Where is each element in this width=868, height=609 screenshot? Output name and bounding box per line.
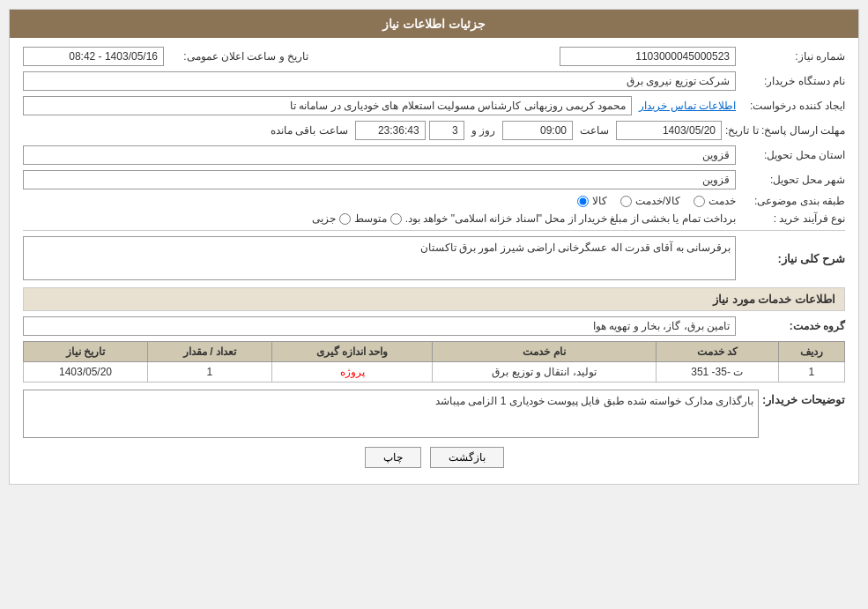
deadline-time: 09:00 bbox=[502, 121, 573, 140]
city-row: شهر محل تحویل: قزوین bbox=[23, 170, 845, 189]
need-number-label: شماره نیاز: bbox=[739, 50, 845, 63]
col-unit: واحد اندازه گیری bbox=[271, 342, 433, 362]
col-date: تاریخ نیاز bbox=[24, 342, 148, 362]
process-options: برداخت تمام یا بخشی از مبلغ خریدار از مح… bbox=[312, 212, 736, 225]
buyer-org-row: نام دستگاه خریدار: شرکت توزیع نیروی برق bbox=[23, 71, 845, 91]
cell-service-code: ت -35- 351 bbox=[656, 362, 778, 382]
cell-unit: پروژه bbox=[271, 362, 433, 382]
category-kala-label: کالا bbox=[592, 195, 607, 207]
need-number-value: 1103000045000523 bbox=[560, 47, 736, 66]
buyer-notes-row: توضیحات خریدار: بارگذاری مدارک خواسته شد… bbox=[23, 390, 845, 438]
city-value: قزوین bbox=[23, 170, 736, 189]
category-kala-radio[interactable] bbox=[577, 196, 589, 207]
services-section-header: اطلاعات خدمات مورد نیاز bbox=[23, 287, 845, 311]
category-radio-kala[interactable]: کالا bbox=[577, 195, 607, 207]
cell-date: 1403/05/20 bbox=[24, 362, 148, 382]
col-service-code: کد خدمت bbox=[656, 342, 778, 362]
table-header-row: ردیف کد خدمت نام خدمت واحد اندازه گیری ت… bbox=[24, 342, 845, 362]
action-buttons: بازگشت چاپ bbox=[23, 447, 845, 468]
creator-value: محمود کریمی روزبهانی کارشناس مسولیت استع… bbox=[23, 96, 632, 115]
buyer-notes-value: بارگذاری مدارک خواسته شده طبق فایل پیوست… bbox=[23, 390, 759, 438]
process-part-label: جزیی bbox=[312, 212, 336, 225]
need-desc-value: برقرسانی به آقای قدرت اله عسگرخانی اراضی… bbox=[23, 236, 736, 280]
process-row: نوع فرآیند خرید : برداخت تمام یا بخشی از… bbox=[23, 212, 845, 225]
cell-quantity: 1 bbox=[147, 362, 271, 382]
province-row: استان محل تحویل: قزوین bbox=[23, 145, 845, 165]
page-header: جزئیات اطلاعات نیاز bbox=[10, 10, 858, 38]
deadline-remaining-label: ساعت باقی مانده bbox=[267, 124, 352, 137]
creator-row: ایجاد کننده درخواست: اطلاعات تماس خریدار… bbox=[23, 96, 845, 115]
category-radio-group: کالا کالا/خدمت خدمت bbox=[577, 195, 736, 207]
category-kala-khedmat-radio[interactable] bbox=[620, 196, 632, 207]
back-button[interactable]: بازگشت bbox=[430, 447, 504, 468]
deadline-date: 1403/05/20 bbox=[616, 121, 722, 140]
page-title: جزئیات اطلاعات نیاز bbox=[382, 17, 486, 31]
cell-row-num: 1 bbox=[778, 362, 844, 382]
services-table: ردیف کد خدمت نام خدمت واحد اندازه گیری ت… bbox=[23, 341, 845, 382]
category-label: طبقه بندی موضوعی: bbox=[739, 195, 845, 207]
need-number-row: شماره نیاز: 1103000045000523 تاریخ و ساع… bbox=[23, 47, 845, 66]
process-label: نوع فرآیند خرید : bbox=[739, 212, 845, 225]
process-part-radio[interactable] bbox=[339, 213, 351, 225]
services-section-label: اطلاعات خدمات مورد نیاز bbox=[713, 293, 835, 306]
province-value: قزوین bbox=[23, 145, 736, 165]
province-label: استان محل تحویل: bbox=[739, 149, 845, 161]
city-label: شهر محل تحویل: bbox=[739, 174, 845, 186]
service-group-label: گروه خدمت: bbox=[739, 320, 845, 332]
print-button[interactable]: چاپ bbox=[365, 447, 421, 468]
announcement-label: تاریخ و ساعت اعلان عمومی: bbox=[167, 50, 308, 63]
deadline-remaining: 23:36:43 bbox=[355, 121, 426, 140]
creator-label: ایجاد کننده درخواست: bbox=[739, 100, 845, 112]
table-row: 1 ت -35- 351 تولید، انتقال و توزیع برق پ… bbox=[24, 362, 845, 382]
process-full-text: برداخت تمام یا بخشی از مبلغ خریدار از مح… bbox=[405, 212, 736, 225]
col-service-name: نام خدمت bbox=[433, 342, 656, 362]
col-quantity: تعداد / مقدار bbox=[147, 342, 271, 362]
creator-link[interactable]: اطلاعات تماس خریدار bbox=[639, 100, 736, 112]
category-kala-khedmat-label: کالا/خدمت bbox=[635, 195, 680, 207]
category-khedmat-label: خدمت bbox=[708, 195, 736, 207]
service-group-row: گروه خدمت: تامین برق، گاز، بخار و تهویه … bbox=[23, 316, 845, 336]
category-radio-khedmat[interactable]: خدمت bbox=[694, 195, 736, 207]
col-row-num: ردیف bbox=[778, 342, 844, 362]
buyer-org-label: نام دستگاه خریدار: bbox=[739, 75, 845, 87]
cell-service-name: تولید، انتقال و توزیع برق bbox=[433, 362, 656, 382]
category-radio-kala-khedmat[interactable]: کالا/خدمت bbox=[620, 195, 680, 207]
deadline-time-label: ساعت bbox=[576, 124, 612, 137]
category-row: طبقه بندی موضوعی: کالا کالا/خدمت خدمت bbox=[23, 195, 845, 207]
buyer-notes-label: توضیحات خریدار: bbox=[762, 390, 845, 406]
service-group-value: تامین برق، گاز، بخار و تهویه هوا bbox=[23, 316, 736, 336]
buyer-org-value: شرکت توزیع نیروی برق bbox=[23, 71, 736, 91]
deadline-days: 3 bbox=[429, 121, 464, 140]
category-khedmat-radio[interactable] bbox=[694, 196, 705, 207]
process-middle-radio[interactable] bbox=[390, 213, 402, 225]
deadline-label: مهلت ارسال پاسخ: تا تاریخ: bbox=[725, 124, 845, 137]
deadline-row: مهلت ارسال پاسخ: تا تاریخ: 1403/05/20 سا… bbox=[23, 121, 845, 140]
announcement-value: 1403/05/16 - 08:42 bbox=[23, 47, 164, 66]
need-desc-row: شرح کلی نیاز: برقرسانی به آقای قدرت اله … bbox=[23, 236, 845, 280]
process-middle-label: متوسط bbox=[354, 212, 387, 225]
need-desc-label: شرح کلی نیاز: bbox=[739, 252, 845, 265]
deadline-days-label: روز و bbox=[468, 124, 499, 137]
